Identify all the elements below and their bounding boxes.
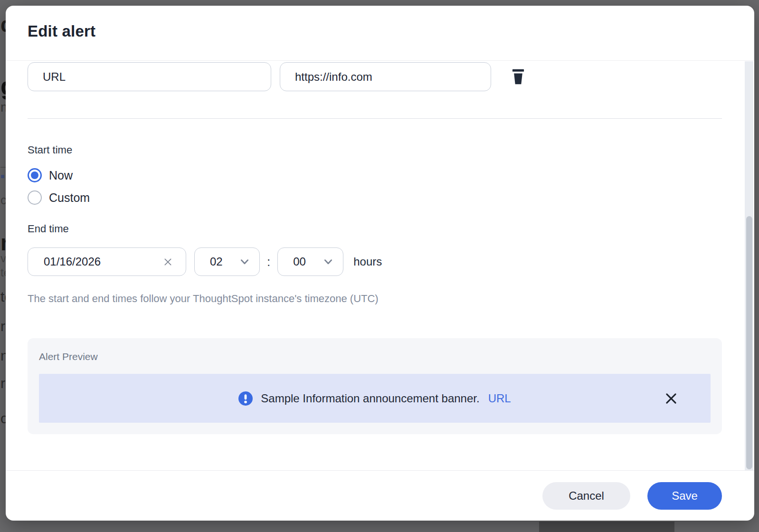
delete-url-button[interactable] xyxy=(511,68,526,86)
chevron-down-icon xyxy=(324,259,332,265)
background-text-fragment: ne xyxy=(0,349,6,363)
dialog-title: Edit alert xyxy=(28,22,754,40)
end-date-value: 01/16/2026 xyxy=(44,255,161,268)
background-text-fragment: m xyxy=(0,101,6,114)
timezone-note: The start and end times follow your Thou… xyxy=(28,293,722,305)
dialog-body: Start time Now Custom End time 01/16/202… xyxy=(6,60,754,470)
dialog-content: Start time Now Custom End time 01/16/202… xyxy=(6,62,754,434)
background-text-fragment: te xyxy=(0,267,6,278)
dialog-header: Edit alert xyxy=(6,6,754,60)
cancel-button[interactable]: Cancel xyxy=(542,482,630,510)
banner-close-button[interactable] xyxy=(664,391,678,406)
alert-preview-card: Alert Preview Sample Information announc… xyxy=(28,338,722,434)
radio-now-icon[interactable] xyxy=(28,168,42,182)
radio-option-now[interactable]: Now xyxy=(28,168,722,183)
banner-url-link[interactable]: URL xyxy=(488,392,511,405)
chevron-down-icon xyxy=(240,259,249,265)
background-text-fragment: g xyxy=(0,74,6,98)
clear-icon xyxy=(163,257,172,266)
alert-preview-label: Alert Preview xyxy=(39,338,711,362)
hour-select[interactable]: 02 xyxy=(194,247,260,276)
end-date-input[interactable]: 01/16/2026 xyxy=(28,247,186,276)
background-text-fragment: ra xyxy=(0,319,6,333)
clear-date-button[interactable] xyxy=(161,256,174,268)
start-time-label: Start time xyxy=(28,144,722,156)
background-text-fragment: ■ xyxy=(0,173,4,180)
dialog-footer: Cancel Save xyxy=(6,470,754,521)
hour-value: 02 xyxy=(210,255,223,268)
link-type-input[interactable] xyxy=(28,62,271,91)
background-text-fragment: r xyxy=(0,376,5,390)
background-text-fragment: to xyxy=(0,290,6,304)
trash-icon xyxy=(512,69,524,85)
radio-now-label: Now xyxy=(49,169,73,182)
hours-unit-label: hours xyxy=(353,255,382,268)
radio-option-custom[interactable]: Custom xyxy=(28,190,722,205)
save-button[interactable]: Save xyxy=(647,482,722,510)
radio-custom-icon[interactable] xyxy=(28,190,42,205)
info-icon xyxy=(238,391,253,406)
close-icon xyxy=(665,392,677,405)
banner-message: Sample Information announcement banner. xyxy=(261,392,479,405)
background-page-fragments: dgm–■cnvtetoranero xyxy=(0,0,6,532)
background-text-fragment: d xyxy=(0,14,6,35)
background-text-fragment: v xyxy=(0,253,6,264)
background-text-fragment: n xyxy=(0,232,6,254)
section-divider xyxy=(28,118,722,119)
scrollbar[interactable] xyxy=(745,61,753,470)
radio-custom-label: Custom xyxy=(49,191,90,205)
minute-value: 00 xyxy=(293,255,306,268)
alert-preview-banner: Sample Information announcement banner. … xyxy=(39,374,711,423)
start-time-radio-group: Now Custom xyxy=(28,168,722,205)
background-text-fragment: c xyxy=(0,194,6,206)
url-row xyxy=(28,62,722,91)
scrollbar-thumb[interactable] xyxy=(746,216,752,469)
time-separator: : xyxy=(267,255,270,269)
minute-select[interactable]: 00 xyxy=(277,247,343,276)
end-time-label: End time xyxy=(28,223,722,235)
background-text-fragment: – xyxy=(0,161,6,172)
link-url-input[interactable] xyxy=(280,62,491,91)
edit-alert-dialog: Edit alert Start time Now xyxy=(6,6,754,521)
background-page-block xyxy=(539,522,674,532)
background-text-fragment: o xyxy=(0,411,6,426)
end-time-row: 01/16/2026 02 : 00 xyxy=(28,247,722,276)
